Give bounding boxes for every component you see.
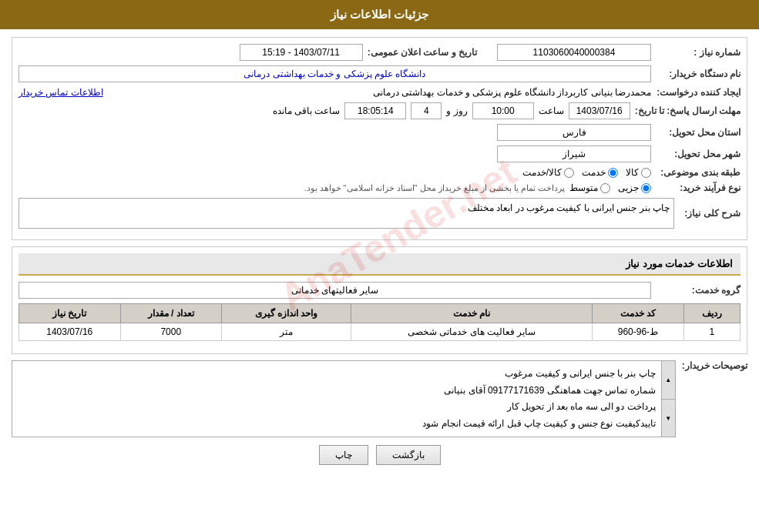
purchase-option-jozi: جزیی	[618, 182, 651, 193]
city-row: شهر محل تحویل: شیراز	[18, 146, 741, 162]
category-radio-khedmat[interactable]	[608, 168, 618, 178]
province-label: استان محل تحویل:	[656, 127, 741, 138]
purchase-jozi-label: جزیی	[618, 182, 639, 193]
need-desc-label: شرح کلی نیاز:	[679, 208, 741, 219]
city-label: شهر محل تحویل:	[656, 149, 741, 159]
deadline-date: 1403/07/16	[569, 102, 630, 119]
scroll-up-btn[interactable]: ▲	[662, 361, 675, 400]
page-header: جزئیات اطلاعات نیاز	[0, 0, 759, 29]
cell-code: ط-96-960	[593, 323, 683, 341]
deadline-day-label: روز و	[446, 105, 467, 116]
category-option-kala: کالا	[626, 167, 651, 178]
category-option-khedmat: خدمت	[582, 167, 618, 178]
main-content: شماره نیاز : 1103060040000384 تاریخ و سا…	[0, 29, 759, 480]
deadline-days: 4	[411, 102, 442, 119]
purchase-type-row: نوع فرآیند خرید: جزیی متوسط پرداخت تمام …	[18, 182, 741, 193]
category-label: طبقه بندی موضوعی:	[656, 167, 741, 178]
page-wrapper: جزئیات اطلاعات نیاز شماره نیاز : 1103060…	[0, 0, 759, 532]
buyer-desc-section: توصیحات خریدار: ▲ ▼ چاپ بنر با جنس ایران…	[12, 360, 747, 437]
category-radio-kala-khedmat[interactable]	[564, 168, 574, 178]
desc-line: چاپ بنر با جنس ایرانی و کیفیت مرغوب	[17, 366, 656, 383]
service-group-row: گروه خدمت: سایر فعالیتهای خدماتی	[18, 282, 741, 299]
desc-line: تاییدکیفیت نوع جنس و کیفیت چاپ قبل ارائه…	[17, 416, 656, 433]
category-radio-group: کالا خدمت کالا/خدمت	[522, 167, 651, 178]
city-value: شیراز	[497, 146, 651, 162]
deadline-remaining: 18:05:14	[344, 102, 406, 119]
org-name-row: نام دستگاه خریدار: دانشگاه علوم پزشکی و …	[18, 65, 741, 82]
org-name-label: نام دستگاه خریدار:	[656, 69, 741, 79]
category-option-kala-khedmat: کالا/خدمت	[522, 167, 574, 178]
scroll-down-btn[interactable]: ▼	[662, 400, 675, 437]
notice-number-label: شماره نیاز :	[656, 47, 741, 58]
service-group-label: گروه خدمت:	[656, 285, 741, 296]
col-name: نام خدمت	[351, 304, 593, 323]
col-unit: واحد اندازه گیری	[221, 304, 351, 323]
org-name-value: دانشگاه علوم پزشکی و خدمات بهداشتی درمان…	[18, 65, 651, 82]
cell-row: 1	[683, 323, 740, 341]
purchase-note: پرداخت تمام یا بخشی از مبلغ خریداز محل "…	[18, 183, 565, 193]
buyer-desc-label: توصیحات خریدار:	[682, 360, 747, 371]
deadline-label: مهلت ارسال پاسخ: تا تاریخ:	[635, 105, 741, 116]
services-section-title: اطلاعات خدمات مورد نیاز	[18, 253, 741, 276]
table-row: 1ط-96-960سایر فعالیت های خدماتی شخصیمتر7…	[19, 323, 741, 341]
purchase-radio-motevaset[interactable]	[600, 183, 610, 193]
creator-value: محمدرضا بنیانی کاربرداز دانشگاه علوم پزش…	[108, 87, 651, 98]
services-section: اطلاعات خدمات مورد نیاز گروه خدمت: سایر …	[12, 246, 747, 354]
col-row: ردیف	[683, 304, 740, 323]
date-label: تاریخ و ساعت اعلان عمومی:	[368, 47, 477, 58]
buyer-desc-box: ▲ ▼ چاپ بنر با جنس ایرانی و کیفیت مرغوبش…	[12, 360, 676, 437]
scroll-buttons: ▲ ▼	[661, 361, 675, 437]
purchase-type-label: نوع فرآیند خرید:	[656, 182, 741, 193]
category-radio-kala[interactable]	[641, 168, 651, 178]
col-qty: تعداد / مقدار	[120, 304, 221, 323]
button-row: بازگشت چاپ	[12, 445, 747, 473]
cell-qty: 7000	[120, 323, 221, 341]
notice-number-row: شماره نیاز : 1103060040000384 تاریخ و سا…	[18, 44, 741, 61]
category-kala-label: کالا	[626, 167, 639, 178]
form-section: شماره نیاز : 1103060040000384 تاریخ و سا…	[12, 37, 747, 240]
service-group-value: سایر فعالیتهای خدماتی	[18, 282, 651, 299]
desc-line: شماره تماس جهت هماهنگی 09177171639 آقای …	[17, 383, 656, 400]
purchase-radio-group: جزیی متوسط	[569, 182, 651, 193]
creator-label: ایجاد کننده درخواست:	[656, 87, 741, 98]
cell-name: سایر فعالیت های خدماتی شخصی	[351, 323, 593, 341]
date-value: 1403/07/11 - 15:19	[240, 44, 363, 61]
deadline-row: مهلت ارسال پاسخ: تا تاریخ: 1403/07/16 سا…	[18, 102, 741, 119]
purchase-radio-jozi[interactable]	[641, 183, 651, 193]
province-row: استان محل تحویل: فارس	[18, 124, 741, 141]
creator-row: ایجاد کننده درخواست: محمدرضا بنیانی کارب…	[18, 87, 741, 98]
need-desc-value: چاپ بنر جنس ایرانی با کیفیت مرغوب در ابع…	[18, 198, 674, 229]
cell-date: 1403/07/16	[19, 323, 121, 341]
category-row: طبقه بندی موضوعی: کالا خدمت کالا/خدمت	[18, 167, 741, 178]
col-date: تاریخ نیاز	[19, 304, 121, 323]
page-title: جزئیات اطلاعات نیاز	[331, 8, 428, 21]
purchase-motevaset-label: متوسط	[569, 182, 598, 193]
deadline-time: 10:00	[472, 102, 534, 119]
deadline-time-label: ساعت	[539, 105, 564, 116]
cell-unit: متر	[221, 323, 351, 341]
province-value: فارس	[497, 124, 651, 141]
print-button[interactable]: چاپ	[319, 445, 368, 465]
notice-number-value: 1103060040000384	[497, 44, 651, 61]
need-desc-row: شرح کلی نیاز: چاپ بنر جنس ایرانی با کیفی…	[18, 198, 741, 229]
category-khedmat-label: خدمت	[582, 167, 606, 178]
category-kala-khedmat-label: کالا/خدمت	[522, 167, 562, 178]
desc-line: پرداخت دو الی سه ماه بعد از تحویل کار	[17, 399, 656, 416]
contact-link[interactable]: اطلاعات تماس خریدار	[18, 87, 103, 98]
back-button[interactable]: بازگشت	[376, 445, 441, 465]
services-table: ردیف کد خدمت نام خدمت واحد اندازه گیری ت…	[18, 303, 741, 341]
buyer-desc-content: چاپ بنر با جنس ایرانی و کیفیت مرغوبشماره…	[17, 366, 656, 432]
purchase-option-motevaset: متوسط	[569, 182, 610, 193]
col-code: کد خدمت	[593, 304, 683, 323]
deadline-remaining-label: ساعت باقی مانده	[273, 105, 341, 116]
